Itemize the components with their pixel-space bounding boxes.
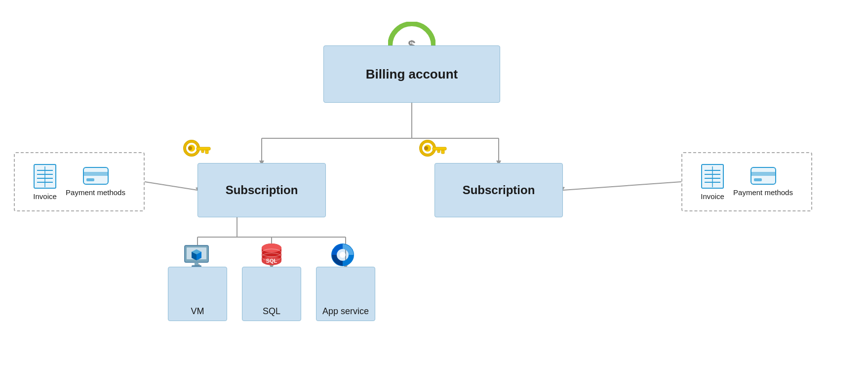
- svg-rect-59: [195, 262, 198, 265]
- vm-box: VM: [168, 267, 227, 321]
- invoice-label-right: Invoice: [701, 192, 724, 201]
- svg-rect-43: [86, 178, 94, 181]
- subscription-label-right: Subscription: [463, 183, 535, 197]
- billing-account-label: Billing account: [366, 67, 458, 82]
- svg-rect-42: [83, 172, 108, 176]
- sql-resource-icon: SQL: [252, 242, 291, 270]
- svg-line-8: [563, 182, 681, 190]
- payment-label-left: Payment methods: [66, 188, 125, 197]
- svg-line-6: [145, 182, 197, 190]
- svg-point-64: [262, 244, 281, 252]
- vm-label: VM: [191, 306, 204, 317]
- subscription-label-left: Subscription: [226, 183, 298, 197]
- invoice-section-right: Invoice: [701, 163, 724, 201]
- payment-section-left: Payment methods: [66, 166, 125, 197]
- svg-rect-24: [197, 147, 210, 150]
- svg-rect-25: [205, 150, 208, 154]
- svg-point-34: [424, 146, 428, 150]
- svg-point-70: [340, 252, 346, 258]
- invoice-label-left: Invoice: [33, 192, 57, 201]
- billing-account-box: Billing account: [323, 45, 500, 103]
- payment-section-right: Payment methods: [733, 166, 793, 197]
- invoice-payment-right: Invoice Payment methods: [681, 152, 812, 211]
- svg-rect-31: [433, 147, 446, 150]
- svg-rect-33: [437, 150, 440, 153]
- sql-box: SQL: [242, 267, 301, 321]
- app-service-label: App service: [322, 306, 369, 317]
- subscription-box-left: Subscription: [197, 163, 326, 217]
- sql-label: SQL: [263, 306, 280, 317]
- invoice-section-left: Invoice: [33, 163, 57, 201]
- payment-label-right: Payment methods: [733, 188, 793, 197]
- svg-rect-26: [201, 150, 204, 153]
- app-service-box: App service: [316, 267, 375, 321]
- svg-rect-52: [754, 178, 762, 181]
- svg-rect-32: [441, 150, 444, 154]
- invoice-payment-left: Invoice Payment methods: [14, 152, 145, 211]
- subscription-box-right: Subscription: [434, 163, 563, 217]
- svg-point-27: [188, 146, 192, 150]
- svg-rect-51: [751, 172, 776, 176]
- diagram-container: $ Billing account: [0, 0, 868, 366]
- app-service-resource-icon: [323, 242, 362, 270]
